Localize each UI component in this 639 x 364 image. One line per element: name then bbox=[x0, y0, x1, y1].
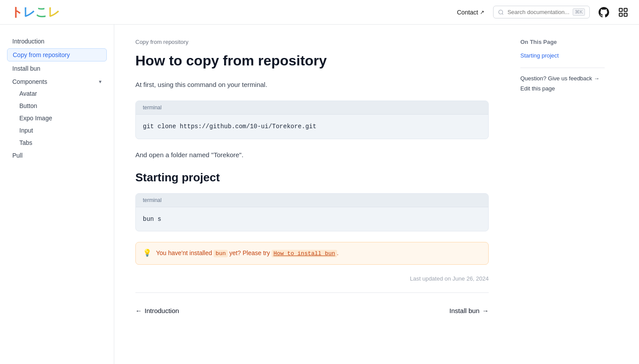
toc-divider bbox=[520, 68, 605, 68]
sidebar-section-components-label: Components bbox=[12, 78, 47, 85]
search-box[interactable]: ⌘K bbox=[493, 6, 590, 18]
notice-text-before: You have'nt installed bbox=[156, 249, 214, 256]
sidebar-item-install-bun[interactable]: Install bun bbox=[7, 62, 107, 75]
svg-rect-2 bbox=[619, 8, 622, 11]
code-block-2-body[interactable]: bun s bbox=[136, 207, 488, 231]
notice-text: You have'nt installed bun yet? Please tr… bbox=[156, 249, 339, 258]
sidebar-section-components: Components ▾ Avatar Button Expo Image In… bbox=[7, 76, 107, 148]
header: トレこレ Contact ⌘K bbox=[0, 0, 639, 25]
sidebar-item-avatar[interactable]: Avatar bbox=[14, 88, 107, 99]
svg-rect-5 bbox=[624, 13, 627, 16]
svg-rect-3 bbox=[624, 8, 627, 11]
svg-point-0 bbox=[499, 10, 503, 14]
sidebar-item-input[interactable]: Input bbox=[14, 125, 107, 136]
nav-next-link[interactable]: Install bun → bbox=[450, 307, 489, 314]
page-title: How to copy from repository bbox=[135, 52, 489, 69]
nav-prev-link[interactable]: ← Introduction bbox=[135, 307, 179, 314]
notice-icon: 💡 bbox=[143, 249, 152, 257]
logo-part-3: こ bbox=[35, 5, 47, 19]
feedback-link[interactable]: Question? Give us feedback → bbox=[520, 75, 605, 82]
sidebar: Introduction Copy from repository Instal… bbox=[0, 25, 114, 364]
last-updated: Last updated on June 26, 2024 bbox=[135, 275, 489, 282]
code-block-2: terminal bun s bbox=[135, 193, 489, 231]
page-nav: ← Introduction Install bun → bbox=[135, 303, 489, 328]
sidebar-item-introduction[interactable]: Introduction bbox=[7, 35, 107, 47]
logo-part-1: ト bbox=[11, 5, 23, 19]
search-kbd: ⌘K bbox=[573, 8, 585, 16]
intro-text: At first, using this command on your ter… bbox=[135, 79, 489, 90]
sidebar-item-expo-image[interactable]: Expo Image bbox=[14, 112, 107, 124]
breadcrumb: Copy from repository bbox=[135, 39, 489, 45]
search-input[interactable] bbox=[508, 9, 569, 15]
notice-text-middle: yet? Please try bbox=[228, 249, 272, 256]
svg-line-1 bbox=[502, 13, 503, 14]
nav-prev-label: Introduction bbox=[145, 307, 179, 314]
grid-icon[interactable] bbox=[618, 7, 628, 18]
footer-divider bbox=[135, 292, 489, 293]
header-left: トレこレ bbox=[11, 6, 60, 18]
section-title-starting-project: Starting project bbox=[135, 171, 489, 184]
code-block-2-header: terminal bbox=[136, 194, 488, 207]
contact-link[interactable]: Contact bbox=[457, 9, 484, 16]
github-icon[interactable] bbox=[599, 7, 609, 18]
edit-link[interactable]: Edit this page bbox=[520, 85, 605, 92]
sidebar-section-components-header[interactable]: Components ▾ bbox=[7, 76, 107, 88]
logo-part-4: レ bbox=[47, 5, 60, 19]
notice-install-link[interactable]: How to install bun bbox=[272, 250, 337, 257]
nav-next-arrow: → bbox=[482, 307, 489, 314]
logo-part-2: レ bbox=[23, 5, 35, 19]
code-block-1-header: terminal bbox=[136, 101, 488, 115]
nav-next-label: Install bun bbox=[450, 307, 479, 314]
notice-text-after: . bbox=[337, 249, 339, 256]
notice-box: 💡 You have'nt installed bun yet? Please … bbox=[135, 242, 489, 265]
code-block-1-body[interactable]: git clone https://github.com/10-ui/Torek… bbox=[136, 115, 488, 138]
svg-rect-4 bbox=[619, 13, 622, 16]
layout: Introduction Copy from repository Instal… bbox=[0, 25, 639, 364]
on-this-page-title: On This Page bbox=[520, 39, 605, 45]
sidebar-item-button[interactable]: Button bbox=[14, 100, 107, 112]
header-right: Contact ⌘K bbox=[457, 6, 628, 18]
notice-code-bun: bun bbox=[214, 250, 227, 257]
right-sidebar: On This Page Starting project Question? … bbox=[510, 25, 615, 364]
main-content: Copy from repository How to copy from re… bbox=[114, 25, 510, 364]
sidebar-item-pull[interactable]: Pull bbox=[7, 149, 107, 162]
sidebar-item-copy-from-repository[interactable]: Copy from repository bbox=[7, 48, 107, 61]
chevron-down-icon: ▾ bbox=[99, 79, 102, 85]
search-icon bbox=[498, 9, 504, 15]
sidebar-item-tabs[interactable]: Tabs bbox=[14, 137, 107, 148]
sidebar-children-components: Avatar Button Expo Image Input Tabs bbox=[14, 88, 107, 148]
toc-item-starting-project[interactable]: Starting project bbox=[520, 50, 605, 61]
folder-text: And open a folder named "Torekore". bbox=[135, 150, 489, 160]
code-block-1: terminal git clone https://github.com/10… bbox=[135, 101, 489, 139]
logo[interactable]: トレこレ bbox=[11, 6, 60, 18]
nav-prev-arrow: ← bbox=[135, 307, 142, 314]
